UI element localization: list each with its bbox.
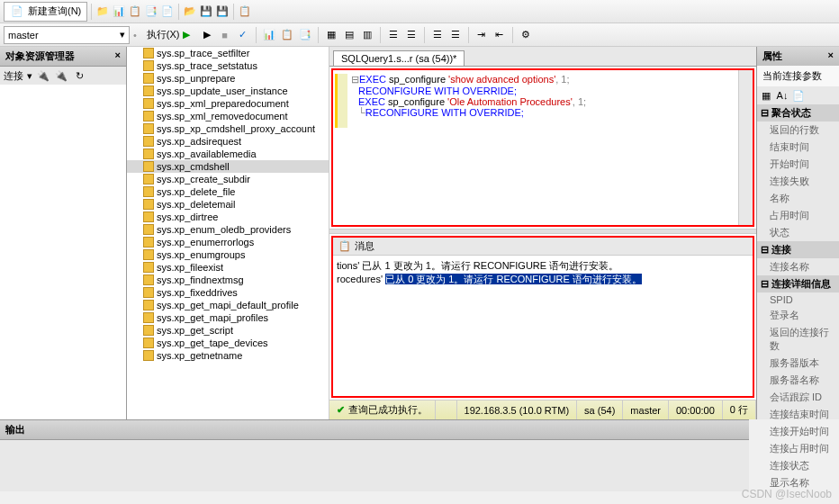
tree-item[interactable]: sys.xp_enum_oledb_providers	[127, 223, 329, 236]
prop-cat-details[interactable]: ⊟连接详细信息	[757, 275, 839, 292]
tree-item[interactable]: sys.xp_get_mapi_profiles	[127, 311, 329, 324]
tb-icon-9[interactable]: 📋	[238, 4, 252, 19]
outdent-icon[interactable]: ⇤	[492, 28, 507, 42]
database-selector[interactable]: master ▾	[4, 26, 130, 44]
prop-name: 名称	[757, 190, 839, 207]
stop-icon[interactable]: ■	[218, 28, 232, 42]
tree-item[interactable]: sys.sp_trace_setfilter	[127, 47, 329, 59]
uncomment-icon[interactable]: ☰	[448, 28, 463, 42]
properties-panel: 属性 × 当前连接参数 ▦ A↓ 📄 ⊟聚合状态 返回的行数 结束时间 开始时间…	[756, 47, 839, 419]
tb-icon-1[interactable]: 📁	[95, 4, 110, 19]
tb-icon-2[interactable]: 📊	[112, 4, 126, 19]
proc-icon	[143, 312, 154, 323]
tree-item[interactable]: sys.xp_get_mapi_default_profile	[127, 299, 329, 311]
open-icon[interactable]: 📂	[183, 4, 197, 19]
tree-item[interactable]: sys.sp_unprepare	[127, 72, 329, 85]
tree-item[interactable]: sys.xp_adsirequest	[127, 135, 329, 148]
tree-item-label: sys.xp_deletemail	[157, 199, 235, 210]
tree-item[interactable]: sys.xp_enumgroups	[127, 248, 329, 261]
tree-item-label: sys.xp_availablemedia	[157, 148, 257, 159]
prop-cat-aggregate[interactable]: ⊟聚合状态	[757, 104, 839, 122]
new-query-icon: 📄	[10, 4, 24, 19]
tb-icon-3[interactable]: 📋	[128, 4, 142, 19]
tree-item[interactable]: sys.sp_update_user_instance	[127, 85, 329, 97]
prop-elapsed: 占用时间	[757, 207, 839, 224]
prop-spid: SPID	[757, 292, 839, 307]
tree-item[interactable]: sys.xp_findnextmsg	[127, 274, 329, 286]
tree-item[interactable]: sys.xp_enumerrorlogs	[127, 236, 329, 248]
close-icon[interactable]: ×	[115, 50, 121, 63]
tb-icon-4[interactable]: 📑	[144, 4, 158, 19]
tree-item[interactable]: sys.xp_get_tape_devices	[127, 337, 329, 349]
splitter[interactable]	[329, 229, 756, 234]
results-file-icon[interactable]: ▥	[360, 28, 374, 42]
tree-empty-area	[0, 85, 126, 419]
output-title: 输出	[0, 420, 749, 440]
messages-tab[interactable]: 📋 消息	[333, 238, 753, 256]
editor-tabs: SQLQuery1.s...r (sa (54))*	[329, 47, 756, 67]
tree-item-label: sys.xp_getnetname	[157, 350, 242, 361]
tb2-icon-3[interactable]: 📑	[298, 28, 312, 42]
editor-scrollbar[interactable]	[738, 70, 753, 225]
tree-item-label: sys.sp_trace_setstatus	[157, 60, 257, 71]
tree-item-label: sys.xp_get_mapi_default_profile	[157, 300, 299, 310]
tree-item[interactable]: sys.xp_dirtree	[127, 211, 329, 223]
tb2-icon-8[interactable]: ☰	[404, 28, 419, 42]
procedure-tree[interactable]: sys.sp_trace_setfiltersys.sp_trace_setst…	[127, 47, 329, 419]
messages-content[interactable]: tions' 已从 1 更改为 1。请运行 RECONFIGURE 语句进行安装…	[333, 256, 753, 290]
pages-icon[interactable]: 📄	[791, 88, 806, 103]
chevron-down-icon: ▾	[27, 70, 32, 82]
categorize-icon[interactable]: ▦	[759, 88, 773, 103]
tree-item-label: sys.xp_get_script	[157, 325, 233, 336]
refresh-icon[interactable]: ↻	[72, 68, 86, 83]
execute-button[interactable]: 执行(X) ▶	[140, 25, 196, 44]
prop-conn-rows: 返回的连接行数	[757, 324, 839, 355]
proc-icon	[143, 161, 154, 172]
sort-icon[interactable]: A↓	[775, 88, 789, 103]
tb2-icon-7[interactable]: ☰	[386, 28, 401, 42]
tree-item[interactable]: sys.xp_getnetname	[127, 349, 329, 362]
results-grid-icon[interactable]: ▦	[324, 28, 338, 42]
tree-item[interactable]: sys.xp_fileexist	[127, 261, 329, 274]
connect-icon-1[interactable]: 🔌	[36, 68, 50, 83]
prop-cat-connection[interactable]: ⊟连接	[757, 241, 839, 258]
connect-row[interactable]: 连接 ▾ 🔌 🔌 ↻	[0, 67, 126, 85]
save-all-icon[interactable]: 💾	[215, 4, 230, 19]
tree-item[interactable]: sys.xp_get_script	[127, 324, 329, 337]
tree-item[interactable]: sys.xp_fixeddrives	[127, 286, 329, 299]
proc-icon	[143, 199, 154, 210]
indent-icon[interactable]: ⇥	[474, 28, 489, 42]
prop-conn-end: 连接结束时间	[757, 406, 839, 423]
tree-item[interactable]: sys.xp_deletemail	[127, 198, 329, 211]
new-query-button[interactable]: 📄 新建查询(N)	[4, 2, 87, 22]
status-db: master	[623, 400, 669, 419]
sql-editor[interactable]: ⊟EXEC sp_configure 'show advanced option…	[331, 68, 754, 227]
tree-item-label: sys.xp_fileexist	[157, 262, 223, 273]
results-text-icon[interactable]: ▤	[342, 28, 356, 42]
tree-item[interactable]: sys.sp_xml_removedocument	[127, 110, 329, 122]
tree-item[interactable]: sys.xp_cmdshell	[127, 160, 329, 173]
tb2-icon-13[interactable]: ⚙	[519, 28, 533, 42]
proc-icon	[143, 287, 154, 298]
tb-icon-5[interactable]: 📄	[160, 4, 175, 19]
tb2-icon-2[interactable]: 📋	[280, 28, 294, 42]
editor-tab[interactable]: SQLQuery1.s...r (sa (54))*	[333, 50, 465, 66]
tree-item[interactable]: sys.sp_xml_preparedocument	[127, 97, 329, 110]
proc-icon	[143, 73, 154, 84]
close-icon[interactable]: ×	[828, 50, 834, 63]
tb2-icon-1[interactable]: 📊	[262, 28, 276, 42]
save-icon[interactable]: 💾	[199, 4, 213, 19]
tree-item[interactable]: sys.sp_xp_cmdshell_proxy_account	[127, 122, 329, 135]
tree-item[interactable]: sys.xp_create_subdir	[127, 173, 329, 185]
tree-item[interactable]: sys.xp_availablemedia	[127, 148, 329, 160]
tree-item[interactable]: sys.sp_trace_setstatus	[127, 59, 329, 72]
parse-icon[interactable]: ✓	[236, 28, 250, 42]
debug-icon[interactable]: ▶	[200, 28, 214, 42]
db-selected-text: master	[8, 30, 39, 40]
connect-icon-2[interactable]: 🔌	[54, 68, 68, 83]
comment-icon[interactable]: ☰	[430, 28, 445, 42]
prop-conn-start: 连接开始时间	[757, 423, 839, 440]
tree-item-label: sys.sp_unprepare	[157, 73, 235, 84]
tree-item-label: sys.xp_create_subdir	[157, 174, 250, 184]
tree-item[interactable]: sys.xp_delete_file	[127, 185, 329, 198]
